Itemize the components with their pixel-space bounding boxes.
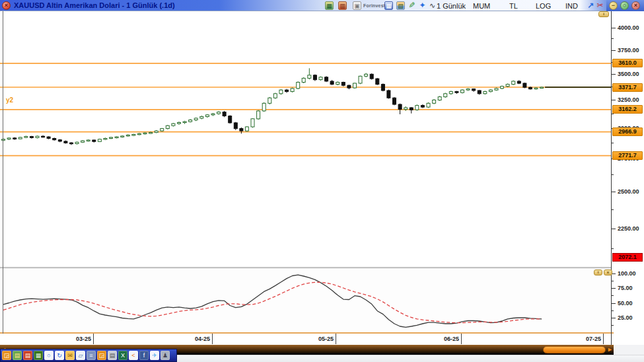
candle (387, 90, 390, 99)
share-icon[interactable]: < (129, 351, 138, 360)
menu-mum[interactable]: MUM (473, 2, 490, 10)
scissors-icon[interactable]: ✂ (596, 1, 604, 10)
candle (87, 139, 90, 142)
level-price-label[interactable]: 3371.7 (612, 83, 643, 92)
candle (132, 134, 135, 136)
maximize-button[interactable]: ○ (620, 1, 629, 10)
candle (223, 111, 226, 117)
pin-icon[interactable]: ♟ (161, 351, 170, 360)
price-axis-tick (611, 192, 616, 192)
candle (478, 90, 481, 94)
candle (495, 88, 498, 91)
mail-icon[interactable]: ✉ (65, 351, 75, 360)
matriks-icon[interactable]: ◲ (2, 351, 11, 360)
candle (262, 102, 266, 112)
candle (70, 142, 73, 145)
candle (81, 140, 85, 143)
grid-settings-icon[interactable]: ▦ (384, 1, 393, 10)
candle (353, 83, 357, 89)
database-icon[interactable]: ≡ (87, 351, 96, 360)
candle (365, 73, 368, 78)
close-button[interactable]: × (631, 1, 640, 10)
price-axis-label: 2250.00 (618, 225, 639, 232)
indicator-info-button[interactable]: i (594, 270, 602, 275)
workspace-icon[interactable]: ▦ (325, 1, 334, 10)
candle (438, 96, 441, 100)
candle (421, 104, 424, 108)
title-bar[interactable]: × XAUUSD Altin Amerikan Dolari - 1 Günlü… (0, 0, 644, 11)
move-icon[interactable]: ✦ (418, 1, 427, 10)
candle (211, 113, 215, 116)
scrollbar-thumb[interactable] (543, 346, 606, 353)
refresh-icon[interactable]: ↻ (55, 351, 64, 360)
candle (297, 81, 300, 89)
chart-type-icon[interactable]: ▧ (396, 1, 405, 10)
candle (75, 141, 79, 144)
candle (268, 97, 271, 104)
price-axis-tick (611, 28, 616, 28)
candle (308, 68, 311, 79)
facebook-icon[interactable]: f (139, 351, 149, 360)
level-price-label[interactable]: 3162.2 (612, 105, 643, 114)
menu-log[interactable]: LOG (536, 2, 551, 10)
candle (415, 104, 419, 110)
popout-arrow-icon[interactable]: ↗ (587, 1, 595, 10)
candle (172, 123, 175, 127)
market-watch-icon[interactable]: ▤ (13, 351, 22, 360)
candle (205, 114, 209, 118)
menu-period[interactable]: 1 Günlük (437, 2, 466, 10)
menu-tl[interactable]: TL (509, 2, 518, 10)
print-icon[interactable]: ▤ (108, 351, 117, 360)
left-axis-line (3, 11, 3, 344)
candle (110, 137, 113, 139)
time-axis-label: 05-25 (313, 336, 334, 342)
candle (126, 134, 129, 137)
scroll-right-arrow[interactable]: ► (607, 346, 613, 353)
candle (302, 77, 305, 83)
candle (393, 97, 396, 105)
indicator-chart[interactable] (0, 268, 611, 332)
depth-icon[interactable]: ▦ (34, 351, 43, 360)
candle (229, 115, 232, 124)
candle (523, 83, 526, 88)
draw-pencil-icon[interactable]: ✎ (408, 1, 416, 10)
alarm-price-label[interactable]: 2072.1 (612, 253, 643, 262)
level-price-label[interactable]: 2771.7 (612, 151, 643, 160)
panel-separator[interactable] (0, 267, 611, 269)
folder-icon[interactable]: ◲ (97, 351, 106, 360)
twitter-icon[interactable]: ✈ (150, 351, 159, 360)
main-panel-info-button[interactable]: i (598, 11, 609, 17)
indicator-close-button[interactable]: x (604, 270, 612, 275)
candle (347, 85, 351, 89)
level-price-label[interactable]: 2966.9 (612, 127, 643, 136)
indicator-axis-minor-tick (611, 295, 614, 296)
price-axis-minor-tick (611, 174, 614, 175)
candle (381, 83, 384, 91)
candle (121, 135, 124, 138)
wave-icon[interactable]: ∿ (428, 1, 437, 10)
excel-icon[interactable]: X (118, 351, 127, 360)
candle (517, 80, 520, 84)
candle (257, 110, 260, 120)
window-copy-icon[interactable]: ▣ (353, 1, 361, 10)
time-axis-label: 04-25 (190, 336, 210, 342)
candle (53, 137, 56, 141)
quote-icon[interactable]: ▥ (338, 1, 347, 10)
news-search-icon[interactable]: ▱ (76, 351, 85, 360)
minimize-button[interactable]: − (609, 1, 618, 10)
symbol-info-icon[interactable]: ▤ (23, 351, 32, 360)
candle (398, 104, 402, 114)
candle (161, 128, 164, 132)
candle (47, 136, 50, 139)
candle (18, 137, 22, 139)
indicator-axis-minor-tick (611, 281, 614, 281)
menu-ind[interactable]: IND (565, 2, 578, 10)
search-icon[interactable]: ○ (44, 351, 54, 360)
candle (251, 118, 254, 127)
candlestick-chart[interactable] (0, 11, 611, 268)
price-axis-tick (611, 229, 616, 229)
level-price-label[interactable]: 3610.0 (612, 59, 643, 67)
app-icon[interactable]: × (2, 1, 11, 10)
chart-window: × XAUUSD Altin Amerikan Dolari - 1 Günlü… (0, 0, 644, 362)
candle (404, 106, 408, 111)
